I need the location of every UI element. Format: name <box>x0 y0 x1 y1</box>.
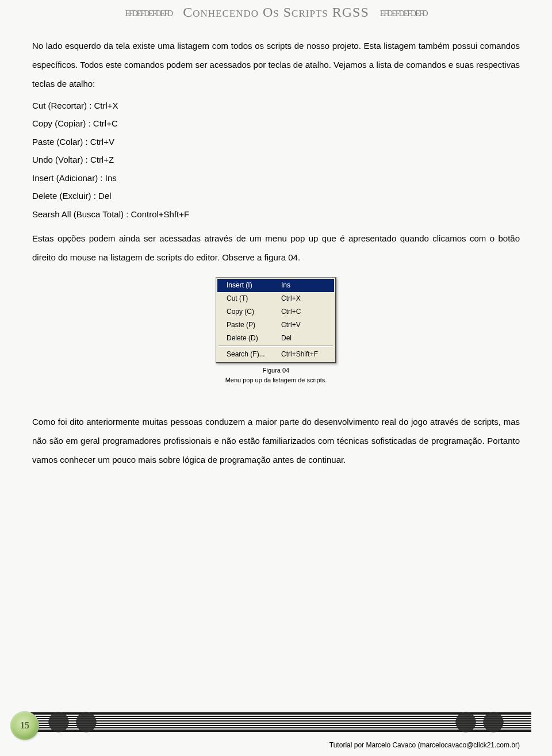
main-content: No lado esquerdo da tela existe uma list… <box>0 26 552 469</box>
shortcut-search: Searsh All (Busca Total) : Control+Shft+… <box>32 205 520 224</box>
header-ornament-right: efdefdefdefd <box>380 6 427 18</box>
page-number: 15 <box>10 711 39 740</box>
paragraph-popup-desc: Estas opções podem ainda ser acessadas a… <box>32 229 520 267</box>
context-menu: Insert (I) Ins Cut (T) Ctrl+X Copy (C) C… <box>216 277 336 363</box>
footer-credit: Tutorial por Marcelo Cavaco (marcelocava… <box>329 741 520 749</box>
figure-label: Figura 04 <box>263 367 289 374</box>
header-ornament-left: efdefdefdefd <box>125 6 172 18</box>
paragraph-intro: No lado esquerdo da tela existe uma list… <box>32 36 520 93</box>
shortcut-copy: Copy (Copiar) : Ctrl+C <box>32 114 520 133</box>
menu-item-search[interactable]: Search (F)... Ctrl+Shift+F <box>217 348 334 361</box>
menu-shortcut: Ctrl+X <box>281 294 329 304</box>
menu-label: Paste (P) <box>227 320 281 330</box>
page-header: efdefdefdefd Conhecendo Os Scripts RGSS … <box>0 0 552 26</box>
shortcut-cut: Cut (Recortar) : Ctrl+X <box>32 97 520 115</box>
menu-item-cut[interactable]: Cut (T) Ctrl+X <box>217 292 334 305</box>
footer-border-ornament <box>21 710 531 734</box>
menu-label: Search (F)... <box>227 350 281 359</box>
menu-item-delete[interactable]: Delete (D) Del <box>217 332 334 345</box>
paragraph-conclusion: Como foi dito anteriormente muitas pesso… <box>32 412 520 469</box>
menu-shortcut: Ctrl+C <box>281 307 329 317</box>
shortcut-delete: Delete (Excluir) : Del <box>32 187 520 205</box>
shortcut-insert: Insert (Adicionar) : Ins <box>32 169 520 187</box>
menu-label: Cut (T) <box>227 294 281 304</box>
menu-label: Insert (I) <box>227 281 281 290</box>
shortcut-undo: Undo (Voltar) : Ctrl+Z <box>32 151 520 169</box>
menu-item-paste[interactable]: Paste (P) Ctrl+V <box>217 318 334 332</box>
menu-shortcut: Ctrl+V <box>281 320 329 330</box>
menu-divider <box>218 346 333 347</box>
menu-shortcut: Del <box>281 333 329 343</box>
shortcut-list: Cut (Recortar) : Ctrl+X Copy (Copiar) : … <box>32 97 520 224</box>
menu-label: Delete (D) <box>227 333 281 343</box>
menu-item-insert[interactable]: Insert (I) Ins <box>217 279 334 292</box>
figure-04: Insert (I) Ins Cut (T) Ctrl+X Copy (C) C… <box>32 277 520 385</box>
menu-shortcut: Ins <box>281 281 329 290</box>
menu-item-copy[interactable]: Copy (C) Ctrl+C <box>217 305 334 318</box>
menu-label: Copy (C) <box>227 307 281 317</box>
menu-shortcut: Ctrl+Shift+F <box>281 350 329 359</box>
page-title: Conhecendo Os Scripts RGSS <box>176 5 376 20</box>
shortcut-paste: Paste (Colar) : Ctrl+V <box>32 133 520 151</box>
figure-caption: Figura 04 Menu pop up da listagem de scr… <box>32 366 520 385</box>
figure-text: Menu pop up da listagem de scripts. <box>225 377 327 383</box>
